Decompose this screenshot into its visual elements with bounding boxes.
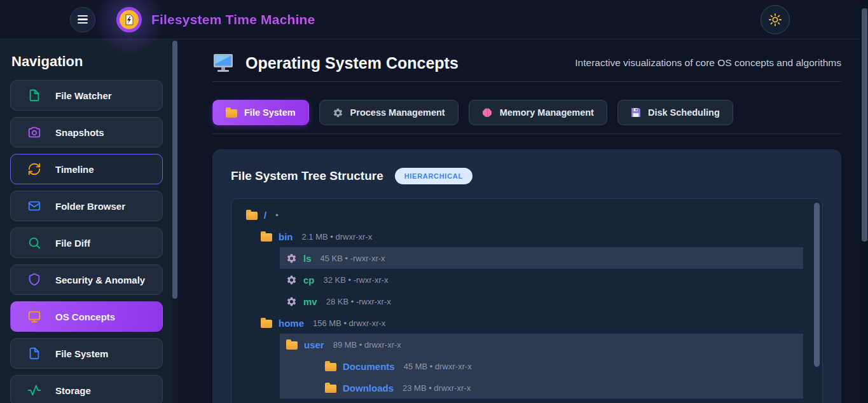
sidebar-item-label: File Diff [55, 238, 90, 249]
node-name: / [264, 210, 266, 221]
page-title: Operating System Concepts [245, 54, 458, 72]
node-name: cp [303, 275, 315, 285]
node-name: Downloads [343, 383, 394, 393]
folder-icon [325, 363, 336, 371]
app-logo [116, 7, 142, 32]
tree-row-downloads[interactable]: Downloads 23 MB • drwxr-xr-x [280, 377, 803, 399]
sidebar-item-snapshots[interactable]: Snapshots [10, 117, 163, 147]
node-meta: 23 MB • drwxr-xr-x [403, 383, 471, 393]
sidebar-item-timeline[interactable]: Timeline [10, 154, 163, 184]
tree-row-user[interactable]: user 89 MB • drwxr-xr-x [280, 334, 803, 355]
camera-icon [27, 125, 41, 139]
sidebar-item-label: Security & Anomaly [55, 275, 145, 285]
sidebar-navigation: Navigation File Watcher Snapshots Timeli… [0, 39, 172, 403]
node-name: home [279, 318, 304, 329]
node-name: Documents [343, 361, 395, 372]
sidebar-item-file-watcher[interactable]: File Watcher [10, 80, 163, 111]
mail-icon [27, 199, 41, 213]
file-system-tree-card: File System Tree Structure HIERARCHICAL … [212, 149, 841, 403]
monitor-icon [27, 310, 41, 324]
tree-selected-block: user 89 MB • drwxr-xr-x Documents 45 MB … [280, 334, 803, 399]
file-tree: / • bin 2.1 MB • drwxr-xr-x ls 45 KB • -… [231, 198, 823, 403]
sidebar-scrollbar-thumb[interactable] [172, 41, 177, 299]
sidebar-item-label: OS Concepts [55, 311, 115, 322]
activity-icon [27, 383, 41, 397]
card-title: File System Tree Structure [231, 169, 383, 183]
sidebar-item-storage[interactable]: Storage [10, 375, 163, 403]
main-header: Operating System Concepts Interactive vi… [212, 53, 841, 82]
shield-icon [27, 273, 41, 287]
tree-row-root[interactable]: / • [231, 204, 803, 226]
sidebar-item-label: Timeline [55, 164, 94, 175]
tab-label: Disk Scheduling [648, 107, 720, 118]
sidebar-item-security-anomaly[interactable]: Security & Anomaly [10, 264, 163, 295]
sidebar-item-folder-browser[interactable]: Folder Browser [10, 191, 163, 221]
sidebar-item-label: File System [55, 348, 108, 359]
folder-icon [286, 341, 298, 350]
sidebar-item-os-concepts[interactable]: OS Concepts [10, 301, 163, 332]
sidebar-item-label: File Watcher [55, 90, 112, 101]
node-meta: • [275, 210, 279, 220]
tree-row-ls[interactable]: ls 45 KB • -rwxr-xr-x [280, 247, 803, 269]
gear-icon [286, 275, 297, 285]
floppy-disk-icon [631, 107, 641, 118]
page-scrollbar[interactable] [860, 0, 868, 403]
hamburger-icon [78, 15, 88, 17]
node-name: user [304, 339, 324, 350]
folder-icon [261, 233, 272, 242]
hierarchical-badge: HIERARCHICAL [395, 168, 472, 184]
folder-icon [261, 320, 272, 328]
tab-file-system[interactable]: File System [212, 100, 309, 125]
sidebar-heading: Navigation [11, 53, 163, 70]
theme-toggle-button[interactable] [761, 5, 790, 34]
page-scrollbar-thumb[interactable] [862, 8, 867, 242]
tab-disk-scheduling[interactable]: Disk Scheduling [617, 100, 733, 125]
node-meta: 156 MB • drwxr-xr-x [313, 318, 385, 328]
gear-icon [286, 296, 297, 307]
node-meta: 28 KB • -rwxr-xr-x [326, 297, 391, 306]
sidebar-item-label: Snapshots [55, 127, 104, 138]
tab-label: Process Management [350, 107, 445, 118]
file-icon [27, 88, 41, 102]
node-name: mv [303, 296, 317, 307]
tree-scrollbar-thumb[interactable] [814, 203, 820, 367]
tab-label: Memory Management [500, 107, 594, 118]
folder-icon [226, 109, 237, 118]
hamburger-menu-button[interactable] [70, 7, 95, 32]
tab-process-management[interactable]: Process Management [319, 100, 458, 125]
tab-memory-management[interactable]: Memory Management [469, 100, 607, 125]
app-header: Filesystem Time Machine [0, 0, 868, 39]
folder-icon [246, 212, 258, 220]
file-icon [27, 346, 41, 360]
document-lightning-logo-icon [116, 7, 142, 32]
node-meta: 32 KB • -rwxr-xr-x [324, 275, 389, 285]
sidebar-item-label: Folder Browser [55, 201, 125, 212]
sidebar-item-file-diff[interactable]: File Diff [10, 228, 163, 258]
node-meta: 89 MB • drwxr-xr-x [333, 340, 401, 350]
sidebar-scrollbar[interactable] [172, 39, 178, 403]
node-name: bin [279, 231, 293, 242]
refresh-icon [27, 162, 41, 176]
gear-icon [286, 253, 297, 264]
node-meta: 45 MB • drwxr-xr-x [404, 362, 472, 371]
page-subtitle: Interactive visualizations of core OS co… [575, 57, 841, 69]
app-title: Filesystem Time Machine [151, 12, 315, 27]
tree-row-bin[interactable]: bin 2.1 MB • drwxr-xr-x [231, 226, 803, 247]
sun-icon [768, 13, 782, 27]
tree-row-cp[interactable]: cp 32 KB • -rwxr-xr-x [231, 269, 803, 290]
tree-row-home[interactable]: home 156 MB • drwxr-xr-x [231, 312, 803, 334]
main-content: Operating System Concepts Interactive vi… [178, 39, 868, 403]
monitor-icon [212, 53, 234, 72]
concept-tabs: File System Process Management Memory Ma… [212, 100, 841, 134]
tree-row-mv[interactable]: mv 28 KB • -rwxr-xr-x [231, 290, 803, 312]
search-icon [27, 236, 41, 250]
brain-icon [482, 107, 493, 118]
sidebar-item-label: Storage [55, 385, 91, 396]
node-meta: 2.1 MB • drwxr-xr-x [302, 232, 373, 242]
tab-label: File System [244, 107, 296, 118]
gear-icon [333, 107, 343, 118]
sidebar-item-file-system[interactable]: File System [10, 338, 163, 369]
node-meta: 45 KB • -rwxr-xr-x [320, 254, 385, 263]
folder-icon [325, 385, 336, 393]
tree-row-documents[interactable]: Documents 45 MB • drwxr-xr-x [280, 355, 803, 377]
